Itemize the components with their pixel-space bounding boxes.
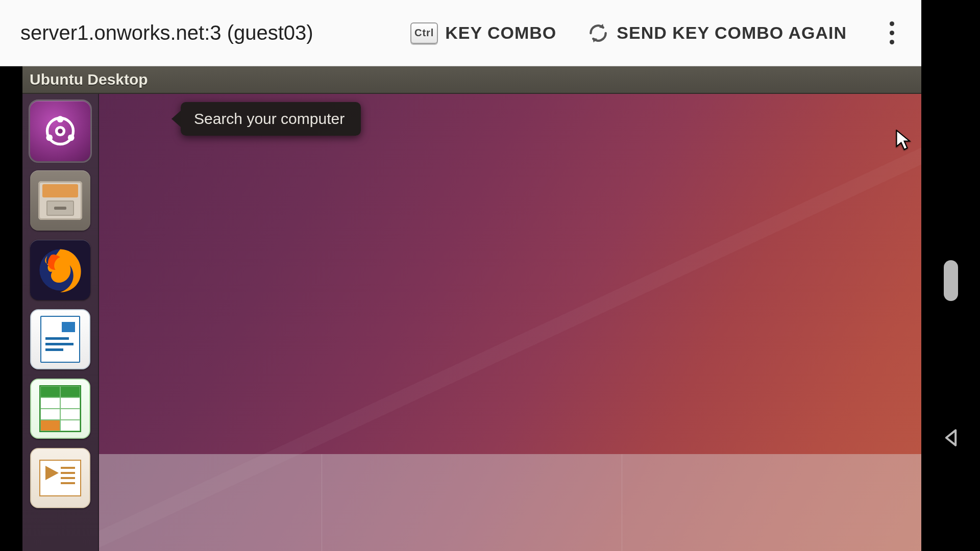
vnc-client-frame: server1.onworks.net:3 (guest03) Ctrl KEY… xyxy=(0,0,921,551)
remote-desktop-viewport[interactable]: Ubuntu Desktop xyxy=(0,66,921,551)
calc-sheet-icon xyxy=(39,385,81,432)
host-toolbar: server1.onworks.net:3 (guest03) Ctrl KEY… xyxy=(0,0,921,66)
overlay-segment[interactable] xyxy=(322,454,622,551)
launcher-dash-button[interactable] xyxy=(30,101,90,161)
unity-body: Search your computer xyxy=(22,94,921,551)
refresh-icon xyxy=(587,22,609,44)
file-cabinet-icon xyxy=(38,181,82,220)
impress-slide-icon xyxy=(39,460,81,496)
svg-point-4 xyxy=(57,128,64,135)
ctrl-key-icon: Ctrl xyxy=(410,22,438,44)
launcher-files-button[interactable] xyxy=(30,170,90,231)
svg-point-2 xyxy=(46,134,53,141)
overflow-menu-button[interactable] xyxy=(883,21,901,44)
svg-point-3 xyxy=(68,134,75,141)
launcher-calc-button[interactable] xyxy=(30,379,90,439)
launcher-writer-button[interactable] xyxy=(30,309,90,369)
android-nav-sidebar xyxy=(921,0,980,551)
writer-doc-icon xyxy=(40,316,80,363)
panel-title: Ubuntu Desktop xyxy=(30,71,148,88)
launcher-tooltip: Search your computer xyxy=(181,102,361,136)
key-combo-label: KEY COMBO xyxy=(445,23,556,43)
launcher-firefox-button[interactable] xyxy=(30,240,90,300)
launcher-impress-button[interactable] xyxy=(30,448,90,508)
send-again-label: SEND KEY COMBO AGAIN xyxy=(617,23,847,43)
firefox-icon xyxy=(35,244,86,295)
key-combo-button[interactable]: Ctrl KEY COMBO xyxy=(410,22,556,44)
send-key-combo-again-button[interactable]: SEND KEY COMBO AGAIN xyxy=(587,22,847,44)
bottom-overlay-bar[interactable] xyxy=(22,454,921,551)
connection-title: server1.onworks.net:3 (guest03) xyxy=(20,21,313,44)
svg-point-1 xyxy=(57,116,64,122)
unity-launcher xyxy=(22,94,99,551)
unity-top-panel: Ubuntu Desktop xyxy=(22,66,921,94)
overlay-segment[interactable] xyxy=(622,454,921,551)
android-back-button[interactable] xyxy=(940,427,962,449)
remote-cursor-icon xyxy=(896,130,911,151)
tooltip-text: Search your computer xyxy=(194,110,345,127)
scrollbar-thumb[interactable] xyxy=(944,260,958,301)
